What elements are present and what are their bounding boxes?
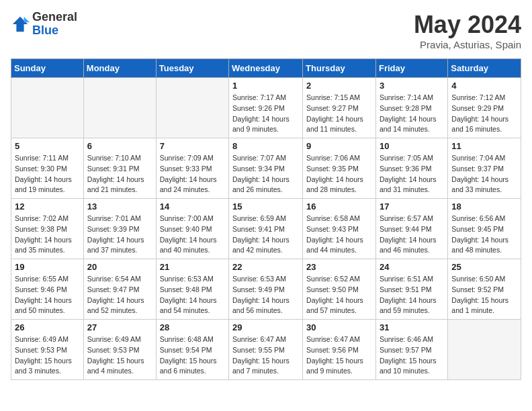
day-number: 31	[380, 322, 444, 332]
calendar-cell: 1Sunrise: 7:17 AMSunset: 9:26 PMDaylight…	[229, 78, 303, 138]
calendar-cell: 4Sunrise: 7:12 AMSunset: 9:29 PMDaylight…	[448, 78, 521, 138]
cell-info: Sunrise: 6:47 AMSunset: 9:56 PMDaylight:…	[306, 334, 372, 377]
calendar-cell: 27Sunrise: 6:49 AMSunset: 9:53 PMDayligh…	[83, 320, 156, 380]
cell-info: Sunrise: 7:06 AMSunset: 9:35 PMDaylight:…	[306, 153, 372, 195]
calendar-week-row: 19Sunrise: 6:55 AMSunset: 9:46 PMDayligh…	[11, 259, 521, 320]
weekday-header-friday: Friday	[375, 59, 447, 78]
day-number: 21	[160, 262, 225, 272]
cell-info: Sunrise: 7:17 AMSunset: 9:26 PMDaylight:…	[232, 93, 299, 135]
calendar-cell: 10Sunrise: 7:05 AMSunset: 9:36 PMDayligh…	[375, 138, 447, 199]
svg-marker-1	[24, 17, 30, 22]
logo-general-text: General	[32, 11, 77, 24]
cell-info: Sunrise: 7:14 AMSunset: 9:28 PMDaylight:…	[380, 93, 444, 135]
day-number: 10	[380, 141, 444, 151]
day-number: 15	[232, 201, 299, 212]
calendar-cell: 18Sunrise: 6:56 AMSunset: 9:45 PMDayligh…	[448, 199, 521, 259]
calendar-cell: 3Sunrise: 7:14 AMSunset: 9:28 PMDaylight…	[375, 78, 447, 138]
cell-info: Sunrise: 6:58 AMSunset: 9:43 PMDaylight:…	[306, 214, 372, 256]
calendar-week-row: 5Sunrise: 7:11 AMSunset: 9:30 PMDaylight…	[11, 138, 521, 199]
weekday-header-monday: Monday	[83, 59, 156, 78]
day-number: 26	[15, 322, 80, 332]
calendar-cell: 23Sunrise: 6:52 AMSunset: 9:50 PMDayligh…	[303, 259, 376, 320]
day-number: 23	[306, 262, 372, 272]
cell-info: Sunrise: 6:57 AMSunset: 9:44 PMDaylight:…	[380, 214, 444, 256]
calendar-cell: 7Sunrise: 7:09 AMSunset: 9:33 PMDaylight…	[156, 138, 228, 199]
calendar-cell: 20Sunrise: 6:54 AMSunset: 9:47 PMDayligh…	[83, 259, 156, 320]
weekday-header-saturday: Saturday	[448, 59, 521, 78]
cell-info: Sunrise: 6:50 AMSunset: 9:52 PMDaylight:…	[451, 274, 517, 316]
calendar-cell: 16Sunrise: 6:58 AMSunset: 9:43 PMDayligh…	[303, 199, 376, 259]
cell-info: Sunrise: 6:51 AMSunset: 9:51 PMDaylight:…	[380, 274, 444, 316]
cell-info: Sunrise: 7:09 AMSunset: 9:33 PMDaylight:…	[160, 153, 225, 195]
weekday-header-wednesday: Wednesday	[229, 59, 303, 78]
cell-info: Sunrise: 6:48 AMSunset: 9:54 PMDaylight:…	[160, 334, 225, 377]
calendar-cell: 28Sunrise: 6:48 AMSunset: 9:54 PMDayligh…	[156, 320, 228, 380]
cell-info: Sunrise: 6:52 AMSunset: 9:50 PMDaylight:…	[306, 274, 372, 316]
cell-info: Sunrise: 6:49 AMSunset: 9:53 PMDaylight:…	[15, 334, 80, 377]
cell-info: Sunrise: 7:00 AMSunset: 9:40 PMDaylight:…	[160, 214, 225, 256]
calendar-cell: 26Sunrise: 6:49 AMSunset: 9:53 PMDayligh…	[11, 320, 84, 380]
calendar-cell: 13Sunrise: 7:01 AMSunset: 9:39 PMDayligh…	[83, 199, 156, 259]
day-number: 4	[451, 81, 517, 91]
calendar-cell: 17Sunrise: 6:57 AMSunset: 9:44 PMDayligh…	[375, 199, 447, 259]
day-number: 18	[451, 201, 517, 212]
day-number: 17	[380, 201, 444, 212]
page-header: General Blue May 2024 Pravia, Asturias, …	[11, 11, 521, 50]
day-number: 1	[232, 81, 299, 91]
cell-info: Sunrise: 7:12 AMSunset: 9:29 PMDaylight:…	[451, 93, 517, 135]
weekday-header-tuesday: Tuesday	[156, 59, 228, 78]
day-number: 19	[15, 262, 80, 272]
day-number: 25	[451, 262, 517, 272]
day-number: 9	[306, 141, 372, 151]
calendar-cell: 30Sunrise: 6:47 AMSunset: 9:56 PMDayligh…	[303, 320, 376, 380]
day-number: 27	[87, 322, 152, 332]
calendar-cell: 15Sunrise: 6:59 AMSunset: 9:41 PMDayligh…	[229, 199, 303, 259]
calendar-cell: 2Sunrise: 7:15 AMSunset: 9:27 PMDaylight…	[303, 78, 376, 138]
day-number: 29	[232, 322, 299, 332]
calendar-cell: 8Sunrise: 7:07 AMSunset: 9:34 PMDaylight…	[229, 138, 303, 199]
day-number: 8	[232, 141, 299, 151]
logo-icon	[11, 15, 30, 34]
title-block: May 2024 Pravia, Asturias, Spain	[414, 11, 521, 50]
cell-info: Sunrise: 6:54 AMSunset: 9:47 PMDaylight:…	[87, 274, 152, 316]
month-title: May 2024	[414, 11, 521, 39]
cell-info: Sunrise: 6:53 AMSunset: 9:48 PMDaylight:…	[160, 274, 225, 316]
calendar-cell: 22Sunrise: 6:53 AMSunset: 9:49 PMDayligh…	[229, 259, 303, 320]
calendar-cell	[156, 78, 228, 138]
day-number: 3	[380, 81, 444, 91]
day-number: 11	[451, 141, 517, 151]
calendar-cell: 12Sunrise: 7:02 AMSunset: 9:38 PMDayligh…	[11, 199, 84, 259]
calendar-cell	[83, 78, 156, 138]
day-number: 13	[87, 201, 152, 212]
cell-info: Sunrise: 6:46 AMSunset: 9:57 PMDaylight:…	[380, 334, 444, 377]
cell-info: Sunrise: 7:10 AMSunset: 9:31 PMDaylight:…	[87, 153, 152, 195]
calendar-cell: 9Sunrise: 7:06 AMSunset: 9:35 PMDaylight…	[303, 138, 376, 199]
cell-info: Sunrise: 6:56 AMSunset: 9:45 PMDaylight:…	[451, 214, 517, 256]
calendar-week-row: 12Sunrise: 7:02 AMSunset: 9:38 PMDayligh…	[11, 199, 521, 259]
cell-info: Sunrise: 7:05 AMSunset: 9:36 PMDaylight:…	[380, 153, 444, 195]
logo: General Blue	[11, 11, 77, 38]
calendar-table: SundayMondayTuesdayWednesdayThursdayFrid…	[11, 58, 521, 380]
calendar-cell: 25Sunrise: 6:50 AMSunset: 9:52 PMDayligh…	[448, 259, 521, 320]
cell-info: Sunrise: 7:01 AMSunset: 9:39 PMDaylight:…	[87, 214, 152, 256]
day-number: 14	[160, 201, 225, 212]
cell-info: Sunrise: 7:04 AMSunset: 9:37 PMDaylight:…	[451, 153, 517, 195]
day-number: 30	[306, 322, 372, 332]
day-number: 2	[306, 81, 372, 91]
cell-info: Sunrise: 6:53 AMSunset: 9:49 PMDaylight:…	[232, 274, 299, 316]
day-number: 20	[87, 262, 152, 272]
day-number: 12	[15, 201, 80, 212]
calendar-cell	[448, 320, 521, 380]
calendar-cell: 19Sunrise: 6:55 AMSunset: 9:46 PMDayligh…	[11, 259, 84, 320]
cell-info: Sunrise: 7:15 AMSunset: 9:27 PMDaylight:…	[306, 93, 372, 135]
logo-blue-text: Blue	[32, 24, 77, 38]
weekday-header-thursday: Thursday	[303, 59, 376, 78]
calendar-cell	[11, 78, 84, 138]
cell-info: Sunrise: 6:49 AMSunset: 9:53 PMDaylight:…	[87, 334, 152, 377]
calendar-cell: 5Sunrise: 7:11 AMSunset: 9:30 PMDaylight…	[11, 138, 84, 199]
day-number: 7	[160, 141, 225, 151]
cell-info: Sunrise: 7:07 AMSunset: 9:34 PMDaylight:…	[232, 153, 299, 195]
calendar-week-row: 1Sunrise: 7:17 AMSunset: 9:26 PMDaylight…	[11, 78, 521, 138]
day-number: 28	[160, 322, 225, 332]
cell-info: Sunrise: 6:55 AMSunset: 9:46 PMDaylight:…	[15, 274, 80, 316]
